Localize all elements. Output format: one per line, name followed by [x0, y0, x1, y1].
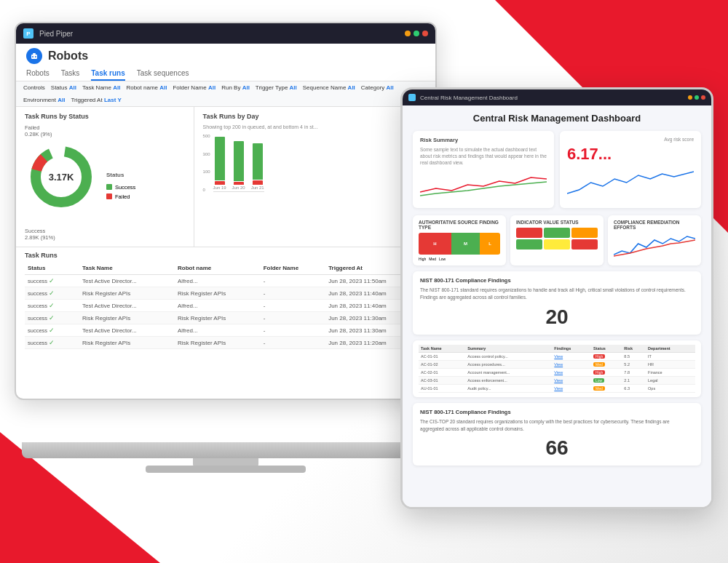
success-dot	[106, 184, 112, 190]
minimize-btn[interactable]	[405, 31, 411, 36]
filter-task-name[interactable]: Task Name All	[82, 84, 120, 91]
filter-environment[interactable]: Environment All	[23, 97, 65, 103]
mini-findings: View	[552, 376, 591, 384]
tablet-min-btn[interactable]	[688, 95, 692, 100]
mini-link[interactable]: View	[554, 386, 563, 391]
bar-chart-title: Task Runs by Day	[203, 113, 427, 120]
table-row[interactable]: success ✓ Test Active Director... Alfred…	[25, 300, 427, 312]
mini-risk: 8.5	[622, 352, 646, 360]
robot-name-cell: Alfred...	[175, 275, 261, 287]
legend-title: Status	[106, 172, 135, 178]
folder-cell: -	[261, 300, 325, 312]
task-runs-table: Status Task Name Robot name Folder Name …	[25, 262, 427, 349]
risk-summary-grid: Risk Summary Some sample text to simulat…	[413, 131, 701, 208]
table-row[interactable]: success ✓ Risk Register APIs Risk Regist…	[25, 337, 427, 349]
filter-controls[interactable]: Controls	[23, 84, 45, 91]
tablet-device: Central Risk Management Dashboard Centra…	[400, 87, 713, 509]
donut-area: Failed 0.28K (9%) 3.17K	[25, 124, 185, 241]
filter-bar: Controls Status All Task Name All Robot …	[16, 81, 435, 107]
filter-triggered-at[interactable]: Triggered At Last Y	[71, 97, 121, 103]
tab-bar: Robots Tasks Task runs Task sequences	[26, 67, 425, 81]
tab-tasks[interactable]: Tasks	[61, 67, 80, 81]
mini-dept: HR	[646, 360, 695, 368]
tab-task-sequences[interactable]: Task sequences	[137, 67, 189, 81]
tab-task-runs[interactable]: Task runs	[91, 67, 125, 81]
label-med: Med	[429, 257, 436, 261]
folder-cell: -	[261, 287, 325, 300]
y-axis: 500 300 100 0	[203, 134, 210, 192]
metric-panel-1: AUTHORITATIVE SOURCE FINDING TYPE H M L …	[413, 215, 506, 265]
compliance-section-1: NIST 800-171 Compliance Findings The NIS…	[413, 271, 701, 335]
filter-robot-name[interactable]: Robot name All	[126, 84, 167, 91]
mini-task: AC-01-02	[419, 360, 465, 368]
table-row[interactable]: success ✓ Test Active Director... Alfred…	[25, 275, 427, 287]
mini-risk: 5.2	[622, 360, 646, 368]
laptop-screen: P Pied Piper Robots	[15, 22, 437, 400]
table-row[interactable]: success ✓ Risk Register APIs Risk Regist…	[25, 312, 427, 324]
filter-folder-name[interactable]: Folder Name All	[173, 84, 215, 91]
mini-col-4: Status	[591, 345, 622, 353]
task-name-cell: Test Active Director...	[79, 275, 175, 287]
metric-panel-1-title: AUTHORITATIVE SOURCE FINDING TYPE	[419, 220, 500, 230]
mini-summary: Account management...	[465, 368, 552, 376]
mini-summary: Audit policy...	[465, 384, 552, 392]
mini-link[interactable]: View	[554, 354, 563, 359]
donut-labels: Failed 0.28K (9%)	[25, 124, 98, 137]
mini-table-row[interactable]: AC-03-01 Access enforcement... View Low …	[419, 376, 695, 384]
status-cell: success ✓	[25, 287, 79, 300]
mini-table-row[interactable]: AC-02-01 Account management... View High…	[419, 368, 695, 376]
mini-table-row[interactable]: AC-01-01 Access control policy... View H…	[419, 352, 695, 360]
risk-summary-title: Risk Summary	[420, 137, 547, 143]
filter-trigger-type[interactable]: Trigger Type All	[256, 84, 297, 91]
donut-chart-title: Task Runs by Status	[25, 113, 185, 120]
risk-summary-panel: Risk Summary Some sample text to simulat…	[413, 131, 554, 208]
tag-green: Low	[593, 378, 604, 383]
mini-table-header: Task Name Summary Findings Status Risk D…	[419, 345, 695, 353]
legend-success: Success	[106, 184, 135, 191]
tab-robots[interactable]: Robots	[26, 67, 50, 81]
heat-cell-1	[516, 228, 542, 238]
table-row[interactable]: success ✓ Test Active Director... Alfred…	[25, 324, 427, 337]
task-name-cell: Risk Register APIs	[79, 337, 175, 349]
mini-link[interactable]: View	[554, 362, 563, 367]
table-row[interactable]: success ✓ Risk Register APIs Risk Regist…	[25, 287, 427, 300]
bar-green-1	[215, 137, 225, 180]
filter-run-by[interactable]: Run By All	[221, 84, 250, 91]
tablet-screen: Central Risk Management Dashboard Centra…	[400, 87, 713, 509]
failed-dot	[106, 193, 112, 199]
mini-col-1: Task Name	[419, 345, 465, 353]
filter-category[interactable]: Category All	[361, 84, 394, 91]
tablet-max-btn[interactable]	[695, 95, 699, 100]
close-btn[interactable]	[422, 31, 428, 36]
task-name-cell: Test Active Director...	[79, 324, 175, 337]
mini-col-5: Risk	[622, 345, 646, 353]
folder-cell: -	[261, 275, 325, 287]
mini-risk: 2.1	[622, 376, 646, 384]
mini-table-row[interactable]: AU-01-01 Audit policy... View Med 6.3 Op…	[419, 384, 695, 392]
heat-cell-5	[544, 239, 570, 249]
svg-point-3	[35, 56, 36, 57]
mini-link[interactable]: View	[554, 370, 563, 375]
compliance-title-1: NIST 800-171 Compliance Findings	[420, 277, 694, 284]
mini-col-3: Findings	[552, 345, 591, 353]
metric-row: AUTHORITATIVE SOURCE FINDING TYPE H M L …	[413, 215, 701, 265]
status-cell: success ✓	[25, 324, 79, 337]
col-folder-name: Folder Name	[261, 262, 325, 275]
mini-findings: View	[552, 360, 591, 368]
tablet-close-btn[interactable]	[701, 95, 705, 100]
mini-risk: 7.8	[622, 368, 646, 376]
label-high: High	[419, 257, 426, 261]
mini-table-row[interactable]: AC-01-02 Access procedures... View Med 5…	[419, 360, 695, 368]
mini-link[interactable]: View	[554, 378, 563, 383]
filter-sequence-name[interactable]: Sequence Name All	[303, 84, 355, 91]
mini-dept: Ops	[646, 384, 695, 392]
laptop-base	[22, 442, 430, 458]
filter-status[interactable]: Status All	[51, 84, 76, 91]
check-icon: ✓	[49, 277, 55, 284]
status-cell: success ✓	[25, 300, 79, 312]
maximize-btn[interactable]	[414, 31, 419, 36]
dashboard-content: Central Risk Management Dashboard Risk S…	[403, 105, 711, 507]
mini-findings: View	[552, 368, 591, 376]
mini-table-inner: Task Name Summary Findings Status Risk D…	[419, 345, 695, 393]
heat-cell-6	[571, 239, 598, 249]
